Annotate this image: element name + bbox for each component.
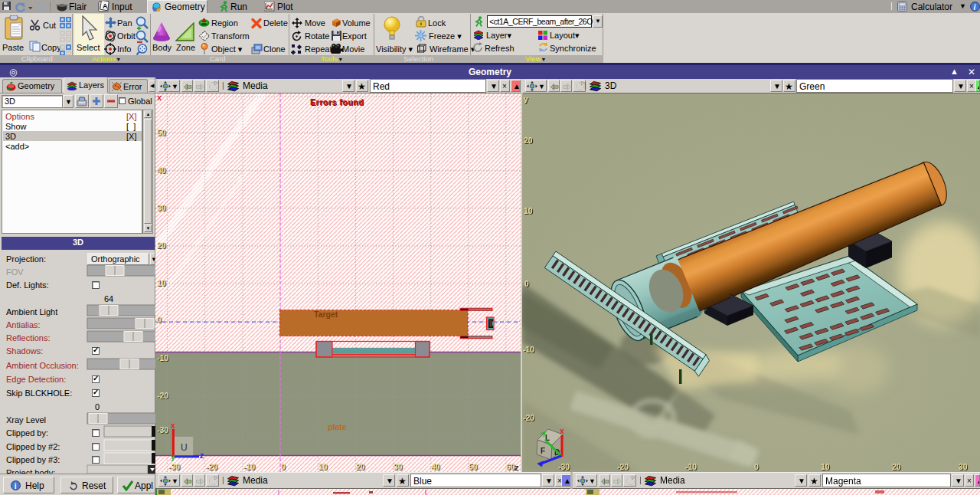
svg-text:40: 40 (431, 462, 440, 471)
svg-text:20: 20 (524, 136, 533, 145)
svg-text:30: 30 (959, 462, 968, 471)
svg-text:20: 20 (892, 462, 901, 471)
svg-text:0: 0 (524, 279, 529, 288)
svg-text:-10: -10 (685, 462, 697, 471)
svg-text:z: z (514, 463, 519, 472)
svg-text:-10: -10 (243, 462, 255, 471)
svg-text:10: 10 (524, 206, 533, 215)
svg-text:20: 20 (356, 462, 365, 471)
svg-text:x: x (171, 421, 175, 430)
svg-text:30: 30 (157, 203, 166, 212)
svg-text:Target: Target (314, 310, 338, 319)
svg-text:-20: -20 (157, 391, 168, 400)
svg-text:-10: -10 (157, 353, 168, 362)
svg-text:i: i (15, 482, 17, 490)
svg-text:x: x (157, 93, 162, 102)
svg-text:50: 50 (157, 128, 166, 137)
svg-text:A: A (103, 2, 108, 10)
svg-text:0: 0 (157, 315, 162, 324)
svg-text:-30: -30 (157, 425, 168, 434)
svg-text:-30: -30 (168, 462, 180, 471)
svg-text:-20: -20 (206, 462, 217, 471)
svg-text:10: 10 (821, 462, 830, 471)
svg-text:x: x (560, 427, 564, 435)
svg-text:y: y (171, 453, 175, 461)
svg-text:-20: -20 (523, 413, 534, 422)
svg-text:0: 0 (754, 462, 759, 471)
svg-text:-20: -20 (617, 462, 629, 471)
svg-text:U: U (181, 442, 188, 453)
svg-text:Errors found: Errors found (310, 97, 364, 107)
svg-text:10: 10 (157, 278, 166, 287)
svg-text:i: i (974, 3, 976, 11)
svg-text:z: z (200, 451, 204, 460)
svg-text:30: 30 (394, 462, 403, 471)
svg-text:40: 40 (157, 166, 166, 175)
svg-text:plate: plate (328, 422, 347, 431)
svg-text:y: y (524, 94, 528, 103)
svg-text:-10: -10 (523, 345, 534, 354)
svg-text:F: F (541, 447, 545, 455)
svg-text:20: 20 (157, 241, 166, 250)
svg-text:0: 0 (281, 462, 286, 471)
svg-text:10: 10 (318, 462, 328, 471)
svg-text:-30: -30 (558, 462, 570, 471)
svg-text:50: 50 (469, 462, 478, 471)
